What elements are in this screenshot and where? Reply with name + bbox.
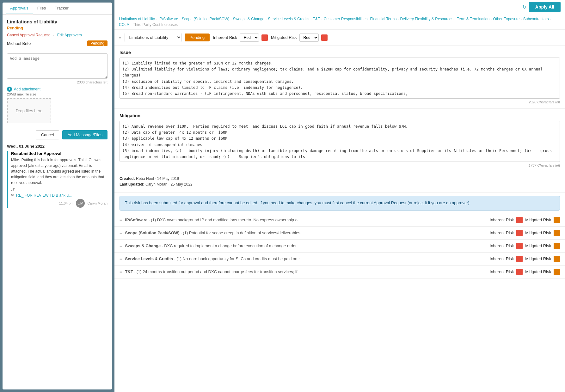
dot-2: ·: [179, 17, 180, 21]
nav-financial[interactable]: Financial Terms: [370, 17, 396, 21]
dot-11: ·: [550, 17, 551, 21]
left-panel: Approvals Files Tracker Limitations of L…: [0, 0, 114, 392]
top-bar: ↻ Apply All: [114, 0, 565, 14]
issue-dropdown[interactable]: Limitations of Liability: [125, 33, 181, 42]
inherent-red-ip: [516, 217, 523, 223]
message-textarea[interactable]: [7, 53, 107, 79]
inherent-risk-group: Inherent Risk Red: [213, 34, 268, 42]
issue-section: Issue 2328 Characters left: [114, 46, 565, 109]
dot-10: ·: [521, 17, 522, 21]
avatar: CM: [76, 199, 85, 208]
nav-other[interactable]: Other Exposure: [493, 17, 519, 21]
mitigation-textarea-wrapper: [120, 121, 560, 163]
apply-all-button[interactable]: Apply All: [529, 2, 561, 12]
tab-files[interactable]: Files: [33, 3, 50, 14]
cancel-approval-link[interactable]: Cancel Approval Request: [7, 33, 50, 37]
paperclip-icon: 🖇: [11, 187, 15, 192]
email-link-text: RE_ FOR REVIEW TD B ank U...: [16, 193, 72, 198]
divider-1: [7, 50, 107, 50]
inherent-label-scope: Inherent Risk: [490, 230, 514, 235]
envelope-icon: ✉: [11, 193, 14, 198]
item-title-slc: Service Levels & Credits: [125, 256, 173, 261]
drop-zone[interactable]: Drop files here: [7, 98, 51, 123]
approver-name: Michael Brito: [7, 41, 31, 46]
created-value: Reba Noel · 14 May 2019: [136, 176, 179, 181]
nav-tt[interactable]: T&T: [313, 17, 320, 21]
inherent-label-slc: Inherent Risk: [490, 256, 514, 261]
issue-textarea[interactable]: [120, 58, 560, 99]
risk-item-right-ip: Inherent Risk Mitigated Risk: [490, 217, 560, 223]
section-title: Limitations of Liability: [7, 19, 107, 24]
nav-limitations[interactable]: Limitations of Liability: [119, 17, 155, 21]
dot-4: ·: [266, 17, 267, 21]
nav-ip-software[interactable]: IP/Software: [158, 17, 178, 21]
tab-tracker[interactable]: Tracker: [50, 3, 73, 14]
mitigated-orange-ip: [554, 217, 560, 223]
dot-8: ·: [455, 17, 456, 21]
updated-label: Last updated:: [120, 182, 144, 187]
issue-toolbar: ≡ Limitations of Liability Pending Inher…: [114, 30, 565, 46]
updated-row: Last updated: Caryn Moran · 25 May 2022: [120, 182, 560, 187]
dot-1: ·: [156, 17, 157, 21]
nav-customer-resp[interactable]: Customer Responsibilities: [324, 17, 368, 21]
item-title-scope: Scope (Solution Pack/SOW): [125, 230, 180, 235]
dot-3: ·: [231, 17, 232, 21]
nav-sweeps[interactable]: Sweeps & Change: [233, 17, 264, 21]
dot-12: ·: [131, 22, 132, 27]
tab-approvals[interactable]: Approvals: [6, 3, 33, 14]
risk-item-right-sweeps: Inherent Risk Mitigated Risk: [490, 243, 560, 249]
meta-section: Created: Reba Noel · 14 May 2019 Last up…: [114, 172, 565, 193]
approval-links: Cancel Approval Request · Edit Approvers: [7, 33, 107, 37]
nav-scope[interactable]: Scope (Solution Pack/SOW): [182, 17, 230, 21]
nav-third-party[interactable]: Third Party Cost Increases: [133, 22, 178, 27]
drag-handle: ≡: [119, 35, 121, 40]
issue-heading: Issue: [120, 50, 560, 55]
mitigated-risk-indicator: [321, 34, 328, 41]
list-item: ≡ Scope (Solution Pack/SOW) · (1) Potent…: [114, 227, 565, 240]
file-size-note: 20MB max file size: [7, 92, 107, 96]
item-desc-scope: Scope (Solution Pack/SOW) · (1) Potentia…: [125, 230, 309, 235]
item-title-ip: IP/Software: [125, 217, 148, 222]
risk-item-right-scope: Inherent Risk Mitigated Risk: [490, 230, 560, 236]
dot-6: ·: [321, 17, 322, 21]
edit-approvers-link[interactable]: Edit Approvers: [57, 33, 82, 37]
refresh-icon[interactable]: ↻: [522, 4, 526, 10]
mitigated-label-sweeps: Mitigated Risk: [525, 243, 551, 248]
email-link[interactable]: ✉ RE_ FOR REVIEW TD B ank U...: [11, 193, 107, 198]
inherent-red-slc: [516, 256, 523, 262]
inherent-red-tt: [516, 269, 523, 275]
message-title: Resubmitted for Approval: [11, 151, 107, 156]
add-message-button[interactable]: Add Message/Files: [62, 130, 107, 139]
dot-9: ·: [491, 17, 492, 21]
nav-delivery[interactable]: Delivery Flexibility & Resources: [400, 17, 453, 21]
risk-item-right-tt: Inherent Risk Mitigated Risk: [490, 269, 560, 275]
mitigated-risk-group: Mitigated Risk Red: [271, 34, 328, 42]
add-attachment[interactable]: + Add attachment: [7, 87, 107, 92]
item-desc-slc: Service Levels & Credits · (1) No earn b…: [125, 256, 309, 261]
inherent-label-tt: Inherent Risk: [490, 269, 514, 274]
item-desc-sweeps: Sweeps & Change · DXC required to implem…: [125, 243, 309, 248]
mitigated-orange-sweeps: [554, 243, 560, 249]
item-title-sweeps: Sweeps & Change: [125, 243, 161, 248]
nav-subcontractors[interactable]: Subcontractors: [523, 17, 549, 21]
inherent-label-ip: Inherent Risk: [490, 217, 514, 222]
attachment-area: Drop files here: [7, 98, 107, 127]
cancel-button[interactable]: Cancel: [36, 130, 59, 139]
inherent-risk-dropdown[interactable]: Red: [240, 34, 259, 42]
list-item: ≡ IP/Software · (1) DXC owns background …: [114, 214, 565, 227]
mitigated-label-scope: Mitigated Risk: [525, 230, 551, 235]
mitigation-textarea[interactable]: [120, 121, 560, 162]
add-attachment-label: Add attachment: [14, 87, 40, 91]
nav-service-levels[interactable]: Service Levels & Credits: [268, 17, 310, 21]
nav-term[interactable]: Term & Termination: [457, 17, 489, 21]
left-inner: Approvals Files Tracker Limitations of L…: [3, 3, 112, 389]
list-item: ≡ Service Levels & Credits · (1) No earn…: [114, 253, 565, 266]
dot-7: ·: [398, 17, 399, 21]
mitigated-risk-label: Mitigated Risk: [271, 35, 297, 40]
risk-list: ≡ IP/Software · (1) DXC owns background …: [114, 214, 565, 279]
item-desc-ip: IP/Software · (1) DXC owns background IP…: [125, 217, 309, 222]
mitigated-risk-dropdown[interactable]: Red: [299, 34, 319, 42]
drag-handle-ip: ≡: [120, 217, 122, 222]
status-label: Pending: [7, 26, 107, 30]
nav-cola[interactable]: COLA: [119, 22, 129, 27]
